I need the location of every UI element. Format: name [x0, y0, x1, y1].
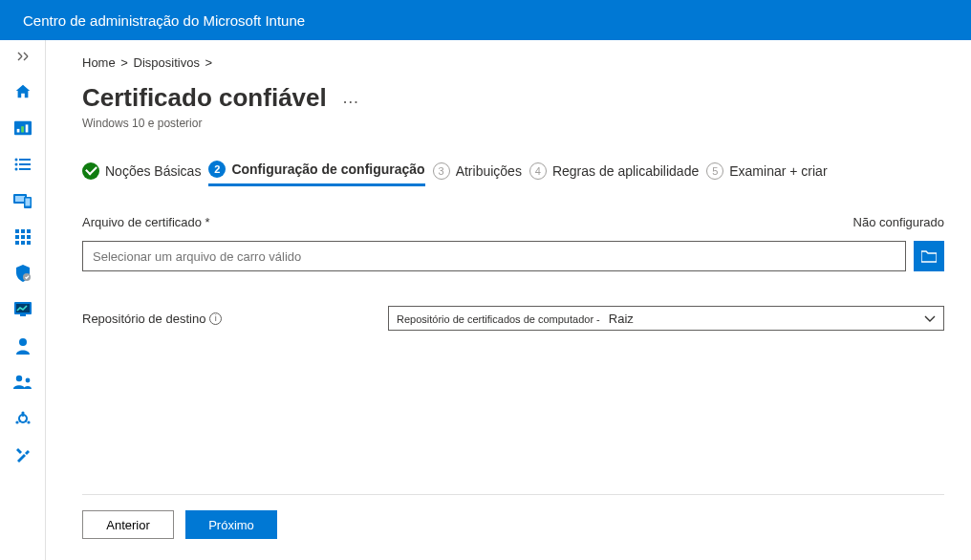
svg-rect-17 — [15, 235, 19, 239]
devices-icon[interactable] — [13, 191, 32, 210]
shield-icon[interactable] — [13, 264, 32, 283]
dest-value-suffix: Raiz — [609, 312, 634, 326]
wizard-footer: Anterior Próximo — [82, 494, 944, 560]
folder-icon — [921, 249, 937, 263]
step-number-icon: 4 — [529, 162, 547, 180]
svg-rect-3 — [25, 124, 28, 132]
tenant-icon[interactable] — [13, 409, 32, 428]
svg-rect-1 — [16, 129, 19, 133]
dest-store-select[interactable]: Repositório de certificados de computado… — [388, 306, 944, 331]
apps-icon[interactable] — [13, 227, 32, 247]
wizard-step-label: Examinar + criar — [729, 163, 827, 179]
cert-file-label: Arquivo de certificado * — [82, 215, 210, 229]
check-icon — [82, 162, 99, 180]
svg-point-8 — [14, 168, 17, 171]
svg-point-28 — [15, 376, 21, 381]
header-title: Centro de administração do Microsoft Int… — [23, 12, 305, 29]
wizard-step-review[interactable]: 5 Examinar + criar — [706, 162, 827, 185]
svg-rect-7 — [19, 163, 31, 165]
wizard-step-label: Regras de aplicabilidade — [552, 163, 699, 179]
wizard-step-label: Noções Básicas — [105, 163, 201, 179]
wizard-steps: Noções Básicas 2 Configuração de configu… — [82, 161, 944, 186]
browse-file-button[interactable] — [914, 241, 944, 271]
cert-file-input[interactable] — [82, 241, 906, 271]
wizard-step-label: Configuração de configuração — [231, 162, 424, 177]
tools-icon[interactable] — [13, 445, 32, 464]
svg-rect-22 — [27, 241, 31, 245]
svg-rect-18 — [21, 235, 25, 239]
svg-point-6 — [14, 163, 17, 166]
left-sidebar — [0, 40, 46, 560]
svg-rect-5 — [19, 159, 31, 161]
list-icon[interactable] — [13, 155, 32, 174]
expand-sidebar-icon[interactable] — [8, 48, 38, 65]
top-header: Centro de administração do Microsoft Int… — [0, 0, 971, 40]
svg-point-29 — [25, 378, 30, 383]
svg-rect-25 — [16, 304, 30, 312]
step-number-icon: 3 — [433, 162, 450, 180]
main-content: Home > Dispositivos > Certificado confiá… — [46, 40, 971, 560]
page-title: Certificado confiável — [82, 83, 327, 113]
svg-point-32 — [15, 420, 18, 423]
svg-rect-11 — [15, 196, 25, 202]
more-actions-icon[interactable]: … — [342, 88, 361, 108]
breadcrumb: Home > Dispositivos > — [82, 55, 944, 70]
cert-file-status: Não configurado — [853, 215, 944, 229]
breadcrumb-sep: > — [205, 55, 213, 70]
svg-point-33 — [27, 420, 30, 423]
svg-rect-16 — [27, 229, 31, 233]
svg-rect-15 — [21, 229, 25, 233]
previous-button[interactable]: Anterior — [82, 510, 174, 539]
wizard-step-applicability[interactable]: 4 Regras de aplicabilidade — [529, 162, 699, 185]
breadcrumb-sep: > — [120, 55, 131, 70]
info-icon[interactable]: i — [209, 312, 222, 325]
svg-point-4 — [14, 159, 17, 162]
svg-point-27 — [19, 338, 27, 346]
svg-rect-9 — [19, 168, 31, 170]
svg-rect-13 — [25, 199, 30, 206]
svg-rect-21 — [21, 241, 25, 245]
svg-rect-19 — [27, 235, 31, 239]
svg-rect-2 — [21, 126, 24, 132]
step-number-icon: 2 — [208, 161, 226, 178]
wizard-step-config[interactable]: 2 Configuração de configuração — [208, 161, 424, 186]
next-button[interactable]: Próximo — [185, 510, 277, 539]
dashboard-icon[interactable] — [13, 118, 32, 138]
wizard-step-label: Atribuições — [456, 163, 522, 179]
svg-rect-20 — [15, 241, 19, 245]
svg-rect-14 — [15, 229, 19, 233]
chevron-down-icon — [924, 311, 936, 326]
dest-value-prefix: Repositório de certificados de computado… — [397, 313, 600, 325]
breadcrumb-item-devices[interactable]: Dispositivos — [134, 55, 200, 70]
wizard-step-assignments[interactable]: 3 Atribuições — [433, 162, 522, 185]
dest-store-label: Repositório de destino — [82, 312, 205, 326]
step-number-icon: 5 — [706, 162, 723, 180]
page-subtitle: Windows 10 e posterior — [82, 117, 944, 130]
svg-point-31 — [21, 411, 24, 414]
wizard-step-basics[interactable]: Noções Básicas — [82, 162, 201, 185]
reports-icon[interactable] — [13, 300, 32, 319]
breadcrumb-item-home[interactable]: Home — [82, 55, 116, 70]
home-icon[interactable] — [13, 82, 32, 101]
svg-rect-26 — [20, 314, 26, 316]
groups-icon[interactable] — [13, 373, 32, 392]
user-icon[interactable] — [13, 336, 32, 355]
